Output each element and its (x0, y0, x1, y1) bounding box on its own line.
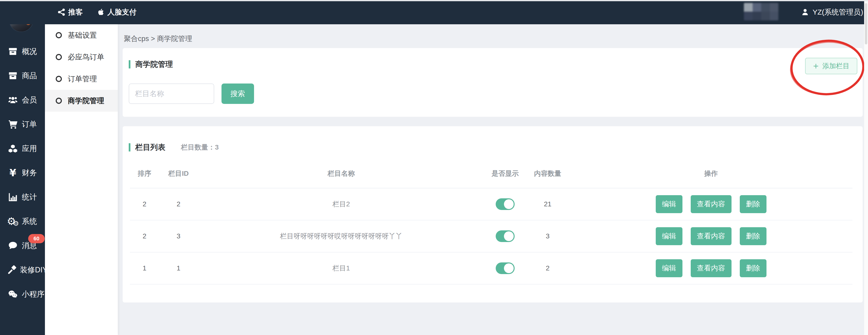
add-column-button[interactable]: + 添加栏目 (805, 58, 857, 74)
visibility-toggle[interactable] (496, 198, 515, 210)
sidebar-item-goods[interactable]: 商品 (0, 64, 45, 88)
redacted-text-blur (744, 3, 778, 21)
sidebar-item-label: 系统 (22, 216, 37, 227)
circle-icon (55, 97, 62, 104)
user-menu[interactable]: YZ(系统管理员) (801, 0, 863, 24)
circle-icon (55, 32, 62, 39)
cell-count: 21 (526, 188, 569, 220)
nav-label: 推客 (68, 7, 83, 17)
column-header: 内容数量 (526, 163, 569, 188)
delete-button[interactable]: 删除 (740, 227, 767, 245)
sidebar-item-finance[interactable]: ¥财务 (0, 161, 45, 185)
breadcrumb: 聚合cps > 商学院管理 (124, 34, 192, 44)
submenu-item-basic-settings[interactable]: 基础设置 (45, 24, 118, 46)
column-header: 操作 (569, 163, 852, 188)
gears-icon: ⚙⚙ (7, 217, 19, 226)
sidebar-item-decor-diy[interactable]: 装修DIY (0, 258, 45, 282)
cell-visible (485, 220, 526, 252)
view-content-button[interactable]: 查看内容 (691, 227, 732, 245)
scrollbar-thumb[interactable] (865, 3, 867, 44)
icon-sidebar: 概况商品会员订单应用¥财务统计⚙⚙系统消息60装修DIY小程序 (0, 0, 45, 335)
page-title: 商学院管理 (135, 59, 173, 69)
sidebar-item-apps[interactable]: 应用 (0, 136, 45, 161)
table-header-row: 排序栏目ID栏目名称是否显示内容数量操作 (130, 163, 852, 188)
columns-table: 排序栏目ID栏目名称是否显示内容数量操作 22栏目221编辑查看内容删除23栏目… (130, 163, 852, 284)
manage-panel: 商学院管理 + 添加栏目 搜索 (123, 48, 863, 117)
cell-name: 栏目2 (198, 188, 485, 220)
nav-tuike[interactable]: 推客 (58, 7, 83, 17)
toggle-knob (504, 263, 514, 273)
comment-icon (7, 241, 19, 250)
circle-icon (55, 54, 62, 61)
scrollbar[interactable] (864, 1, 868, 335)
title-accent-bar (129, 143, 130, 152)
plus-icon: + (813, 62, 819, 70)
toggle-knob (504, 231, 514, 241)
archive-icon (7, 47, 19, 56)
sidebar-item-label: 小程序 (22, 289, 44, 299)
column-header: 栏目ID (159, 163, 198, 188)
table-row: 11栏目12编辑查看内容删除 (130, 252, 852, 284)
icon-sidebar-menu: 概况商品会员订单应用¥财务统计⚙⚙系统消息60装修DIY小程序 (0, 39, 45, 306)
topbar-nav: 推客人脸支付 (58, 0, 136, 24)
sidebar-item-label: 统计 (22, 192, 37, 202)
apple-icon (97, 8, 104, 16)
sidebar-item-label: 应用 (22, 143, 37, 154)
cell-count: 3 (526, 220, 569, 252)
sidebar-item-label: 订单 (22, 119, 37, 129)
delete-button[interactable]: 删除 (740, 259, 767, 277)
sidebar-item-mini-program[interactable]: 小程序 (0, 282, 45, 306)
submenu-item-biyingniao-orders[interactable]: 必应鸟订单 (45, 46, 118, 68)
cell-id: 2 (159, 188, 198, 220)
submenu-item-order-management[interactable]: 订单管理 (45, 68, 118, 90)
cell-name: 栏目呀呀呀呀呀呀哎呀呀呀呀呀呀呀丫丫 (198, 220, 485, 252)
view-content-button[interactable]: 查看内容 (691, 259, 732, 277)
cell-id: 3 (159, 220, 198, 252)
column-header: 是否显示 (485, 163, 526, 188)
sidebar-item-label: 装修DIY (20, 265, 48, 275)
sidebar-item-messages[interactable]: 消息60 (0, 234, 45, 258)
list-panel: 栏目列表 栏目数量：3 排序栏目ID栏目名称是否显示内容数量操作 22栏目221… (123, 126, 863, 302)
sidebar-item-statistics[interactable]: 统计 (0, 185, 45, 209)
submenu-item-business-school[interactable]: 商学院管理 (45, 90, 118, 112)
share-icon (58, 8, 65, 16)
list-title: 栏目列表 (135, 142, 165, 153)
table-body: 22栏目221编辑查看内容删除23栏目呀呀呀呀呀呀哎呀呀呀呀呀呀呀丫丫3编辑查看… (130, 188, 852, 284)
column-header: 排序 (130, 163, 159, 188)
sidebar-item-label: 商品 (22, 71, 37, 81)
cell-actions: 编辑查看内容删除 (569, 252, 852, 284)
sidebar-item-system[interactable]: ⚙⚙系统 (0, 209, 45, 234)
nav-label: 人脸支付 (107, 7, 136, 17)
delete-button[interactable]: 删除 (740, 195, 767, 213)
manage-panel-title-row: 商学院管理 (129, 59, 173, 69)
cell-name: 栏目1 (198, 252, 485, 284)
submenu-item-label: 订单管理 (68, 74, 97, 84)
submenu-item-label: 商学院管理 (68, 96, 104, 106)
view-content-button[interactable]: 查看内容 (691, 195, 732, 213)
submenu-item-label: 必应鸟订单 (68, 52, 104, 62)
toggle-knob (504, 199, 514, 209)
search-button[interactable]: 搜索 (221, 83, 254, 104)
viewport-top-edge (0, 0, 868, 1)
sidebar-item-members[interactable]: 会员 (0, 88, 45, 112)
main-area: 聚合cps > 商学院管理 商学院管理 + 添加栏目 搜索 栏目列表 栏目数量：… (118, 24, 868, 335)
edit-button[interactable]: 编辑 (656, 259, 682, 277)
visibility-toggle[interactable] (496, 230, 515, 242)
cell-visible (485, 188, 526, 220)
archive-icon (7, 71, 19, 80)
sidebar-item-orders[interactable]: 订单 (0, 112, 45, 136)
column-name-input[interactable] (129, 83, 214, 104)
visibility-toggle[interactable] (496, 262, 515, 274)
column-header: 栏目名称 (198, 163, 485, 188)
cell-actions: 编辑查看内容删除 (569, 220, 852, 252)
cart-icon (7, 120, 19, 129)
cell-actions: 编辑查看内容删除 (569, 188, 852, 220)
sidebar-item-overview[interactable]: 概况 (0, 39, 45, 64)
edit-button[interactable]: 编辑 (656, 227, 682, 245)
cell-sort: 2 (130, 220, 159, 252)
cell-sort: 2 (130, 188, 159, 220)
nav-face-pay[interactable]: 人脸支付 (97, 7, 136, 17)
sidebar-item-label: 概况 (22, 46, 37, 57)
add-column-button-label: 添加栏目 (822, 61, 849, 71)
edit-button[interactable]: 编辑 (656, 195, 682, 213)
